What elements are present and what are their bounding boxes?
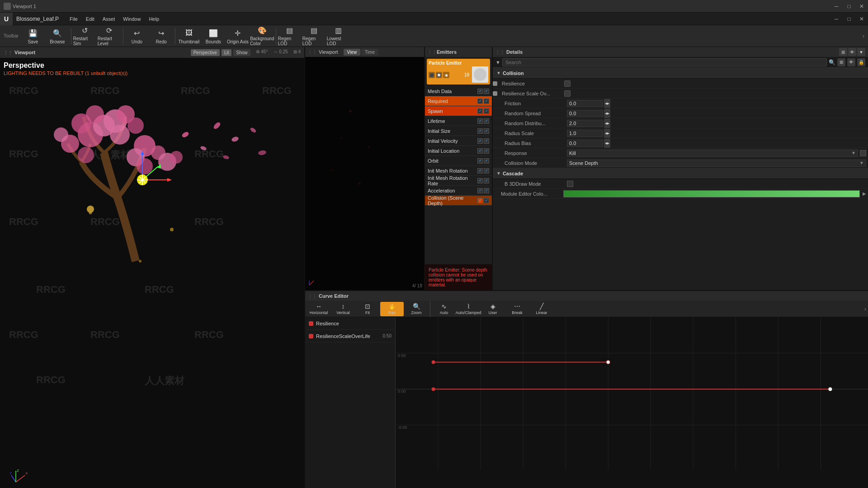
curve-track-resilience[interactable]: Resilience [305, 317, 395, 330]
ue-close-btn[interactable]: ✕ [855, 13, 868, 25]
save-button[interactable]: 💾 Save [21, 26, 45, 46]
curve-track-resilience-scale[interactable]: ResilienceScaleOverLife 0.50 [305, 330, 395, 343]
bounds-button[interactable]: ⬜ Bounds [202, 26, 225, 46]
lit-button[interactable]: Lit [222, 49, 232, 56]
response-extra[interactable] [860, 150, 866, 156]
pan-btn[interactable]: ✋ Pan [380, 302, 404, 316]
iv-check-1[interactable]: ✓ [477, 138, 483, 144]
undo-button[interactable]: ↩ Undo [125, 26, 149, 46]
imrr-check-2[interactable]: ✓ [484, 178, 489, 183]
il-check-2[interactable]: ✓ [484, 148, 489, 154]
pe-icon-2[interactable]: 🔲 [436, 72, 442, 78]
ue-maximize-btn[interactable]: □ [843, 13, 855, 25]
fit-btn[interactable]: ⊡ Fit [356, 302, 379, 316]
module-acceleration[interactable]: Acceleration ✓ ✓ [425, 186, 492, 196]
search-eye-btn[interactable]: 👁 [847, 58, 855, 66]
restart-level-button[interactable]: ⟳ Restart Level [98, 26, 121, 46]
friction-input[interactable] [567, 100, 603, 107]
imrr-check-1[interactable]: ✓ [477, 178, 483, 183]
col-check-1[interactable]: ✓ [477, 198, 483, 203]
module-collision[interactable]: Collision (Scene Depth) ✓ ✓ [425, 196, 492, 206]
search-grid-btn[interactable]: ⊞ [837, 58, 845, 66]
req-check-2[interactable]: ✓ [484, 99, 489, 104]
perspective-button[interactable]: Perspective [191, 49, 220, 56]
module-orbit[interactable]: Orbit ✓ ✓ [425, 156, 492, 166]
show-button[interactable]: Show [233, 49, 250, 56]
origin-axis-button[interactable]: ✛ Origin Axis [226, 26, 250, 46]
spawn-check-2[interactable]: ✓ [484, 108, 489, 114]
user-btn[interactable]: ◈ User [481, 302, 505, 316]
color-expand-btn[interactable]: ▶ [861, 191, 866, 196]
acc-check-2[interactable]: ✓ [484, 188, 489, 193]
break-btn[interactable]: ⋯ Break [505, 302, 529, 316]
ue-minimize-btn[interactable]: ─ [830, 13, 843, 25]
check-2[interactable]: ✓ [484, 89, 489, 94]
details-menu-btn[interactable]: ▼ [857, 48, 865, 56]
menu-window[interactable]: Window [119, 14, 144, 23]
viewport-3d[interactable]: LIGHTING NEEDS TO BE REBUILT (1 unbuilt … [0, 58, 304, 488]
menu-help[interactable]: Help [145, 14, 163, 23]
minimize-button[interactable]: ─ [830, 0, 843, 13]
col-check-2[interactable]: ✓ [484, 198, 489, 203]
is-check-1[interactable]: ✓ [477, 128, 483, 134]
is-check-2[interactable]: ✓ [484, 128, 489, 134]
radius-bias-spin[interactable]: ◂▸ [604, 139, 610, 148]
horizontal-btn[interactable]: ↔ Horizontal [307, 302, 330, 316]
maximize-button[interactable]: □ [843, 0, 855, 13]
imr-check-1[interactable]: ✓ [477, 168, 483, 174]
module-initial-size[interactable]: Initial Size ✓ ✓ [425, 126, 492, 136]
details-grid-btn[interactable]: ⊞ [839, 48, 847, 56]
response-dropdown[interactable]: Kill ▼ [567, 150, 858, 157]
random-spread-spin[interactable]: ◂▸ [604, 109, 610, 118]
check-1[interactable]: ✓ [477, 89, 483, 94]
lowest-lod-button[interactable]: ▥ Lowest LOD [327, 26, 350, 46]
random-spread-input[interactable] [567, 110, 603, 117]
module-init-mesh-rotation-rate[interactable]: Init Mesh Rotation Rate ✓ ✓ [425, 176, 492, 186]
details-eye-btn[interactable]: 👁 [848, 48, 856, 56]
search-input[interactable] [502, 58, 827, 66]
zoom-btn[interactable]: 🔍 Zoom [405, 302, 428, 316]
regen-lod1-button[interactable]: ▤ Regen LOD [278, 26, 302, 46]
friction-spin[interactable]: ◂▸ [604, 99, 610, 108]
regen-lod2-button[interactable]: ▤ Regen LOD [302, 26, 326, 46]
color-gradient-bar[interactable] [563, 190, 860, 197]
thumbnail-button[interactable]: 🖼 Thumbnail [177, 26, 201, 46]
module-mesh-data[interactable]: Mesh Data ✓ ✓ [425, 86, 492, 96]
acc-check-1[interactable]: ✓ [477, 188, 483, 193]
module-initial-velocity[interactable]: Initial Velocity ✓ ✓ [425, 136, 492, 146]
close-button[interactable]: ✕ [855, 0, 868, 13]
spawn-check-1[interactable]: ✓ [477, 108, 483, 114]
collision-mode-dropdown[interactable]: Scene Depth ▼ [567, 160, 866, 167]
resilience-scale-indicator[interactable] [564, 90, 571, 97]
radius-scale-spin[interactable]: ◂▸ [604, 129, 610, 138]
3ddraw-checkbox[interactable] [567, 181, 573, 187]
search-lock-btn[interactable]: 🔒 [857, 58, 865, 66]
module-spawn[interactable]: Spawn ✓ ✓ [425, 106, 492, 116]
cascade-section-header[interactable]: ▼ Cascade [493, 168, 868, 179]
redo-button[interactable]: ↪ Redo [150, 26, 173, 46]
collision-section-header[interactable]: ▼ Collision [493, 68, 868, 79]
req-check-1[interactable]: ✓ [477, 99, 483, 104]
pe-icon-3[interactable]: ◉ [443, 72, 449, 78]
menu-file[interactable]: File [66, 14, 81, 23]
auto-btn[interactable]: ∿ Auto [432, 302, 456, 316]
module-lifetime[interactable]: Lifetime ✓ ✓ [425, 116, 492, 126]
menu-asset[interactable]: Asset [99, 14, 119, 23]
random-distribution-input[interactable] [567, 120, 603, 127]
lt-check-1[interactable]: ✓ [477, 118, 483, 124]
radius-scale-input[interactable] [567, 130, 603, 137]
background-color-button[interactable]: 🎨 Background Color [250, 26, 274, 46]
particle-emitter-card[interactable]: Particle Emitter ⬛ 🔲 ◉ 18 [427, 59, 490, 84]
menu-edit[interactable]: Edit [82, 14, 98, 23]
restart-sim-button[interactable]: ↺ Restart Sim [73, 26, 97, 46]
browse-button[interactable]: 🔍 Browse [46, 26, 69, 46]
random-dist-spin[interactable]: ◂▸ [604, 119, 610, 128]
module-init-mesh-rotation[interactable]: Init Mesh Rotation ✓ ✓ [425, 166, 492, 176]
orb-check-1[interactable]: ✓ [477, 158, 483, 164]
preview-viewport[interactable]: 4/ 18 [305, 57, 424, 290]
auto-clamped-btn[interactable]: ⌇ Auto/Clamped [457, 302, 480, 316]
module-required[interactable]: Required ✓ ✓ [425, 96, 492, 106]
il-check-1[interactable]: ✓ [477, 148, 483, 154]
module-initial-location[interactable]: Initial Location ✓ ✓ [425, 146, 492, 156]
linear-btn[interactable]: ╱ Linear [530, 302, 553, 316]
